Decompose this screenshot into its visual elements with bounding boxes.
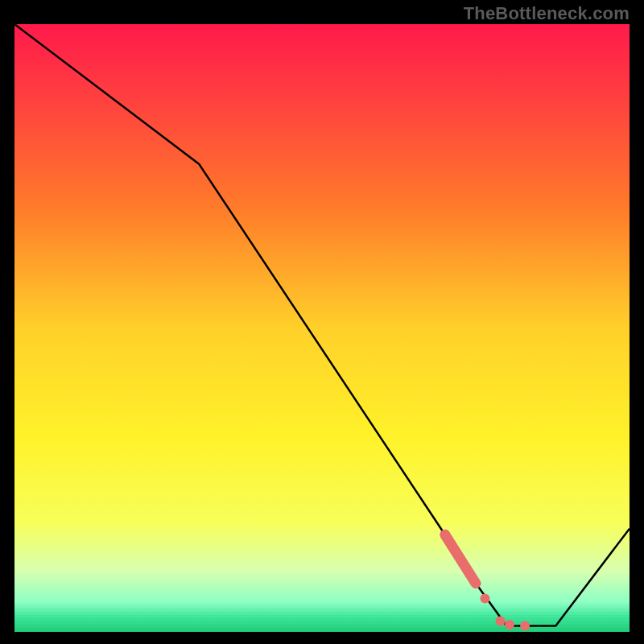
svg-rect-7 — [14, 622, 630, 625]
svg-rect-9 — [14, 629, 630, 631]
marker-dot — [496, 616, 506, 625]
svg-rect-3 — [14, 609, 630, 612]
bottleneck-chart — [14, 24, 630, 632]
plot-area — [14, 24, 630, 632]
svg-rect-1 — [14, 603, 630, 605]
svg-rect-2 — [14, 606, 630, 609]
marker-dot — [505, 620, 514, 630]
marker-dot — [520, 621, 530, 630]
svg-rect-6 — [14, 619, 630, 621]
marker-dot — [480, 593, 489, 603]
watermark-text: TheBottleneck.com — [464, 3, 630, 24]
svg-rect-0 — [14, 600, 630, 602]
chart-frame: TheBottleneck.com — [0, 0, 644, 644]
svg-rect-5 — [14, 616, 630, 618]
svg-rect-4 — [14, 613, 630, 615]
gradient-background — [14, 24, 630, 632]
